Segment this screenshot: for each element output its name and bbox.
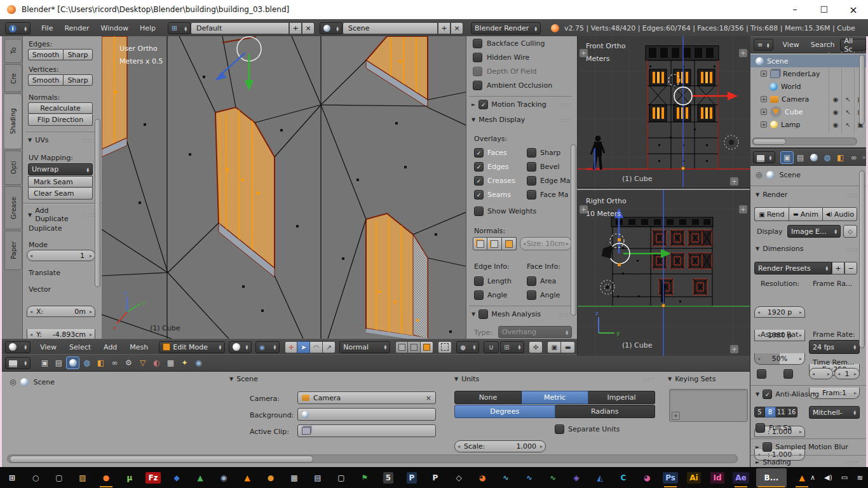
n-panel-scrollbar[interactable] (571, 144, 576, 316)
expand-icon[interactable]: + (761, 96, 767, 102)
taskbar-app-button[interactable]: P (403, 468, 420, 487)
taskbar-app-button[interactable]: ◇ (451, 468, 467, 487)
uvs-panel-header[interactable]: ▼ UVs ::::: (28, 136, 95, 144)
editor-type-button[interactable] (5, 357, 31, 369)
mark-seam-button[interactable]: Mark Seam (28, 176, 93, 187)
taskbar-app-button[interactable]: ◆ (168, 468, 185, 487)
expand-icon[interactable]: + (761, 121, 767, 128)
panel-grip[interactable]: ::::: (846, 246, 858, 252)
menu-view[interactable]: View (777, 41, 805, 49)
minimize-button[interactable]: – (780, 4, 810, 16)
units-radians-button[interactable]: Radians (555, 405, 656, 418)
shading-panel-header[interactable]: ► Shading ::::: (756, 458, 858, 466)
taskbar-app-button[interactable]: ◈ (568, 468, 585, 487)
vertices-sharp-button[interactable]: Sharp (63, 74, 93, 86)
edge-select-mode-button[interactable] (408, 341, 421, 353)
mesh-display-panel-header[interactable]: ▼ Mesh Display ::::: (471, 116, 572, 124)
taskbar-app-button[interactable]: ▤ (309, 468, 326, 487)
overlay-sharp-checkbox[interactable] (527, 148, 536, 158)
tab-physics[interactable]: ◉ (192, 356, 205, 369)
manipulator-toggle-button[interactable]: ✛ (285, 341, 297, 353)
tab-shading-uvs[interactable]: Shading (4, 93, 22, 149)
loose-edge-normals-toggle[interactable] (487, 237, 502, 250)
resolution-percentage-slider[interactable]: 50% (754, 353, 805, 365)
region-expand-button[interactable]: + (739, 49, 747, 57)
editor-type-button[interactable]: ≡ (754, 39, 773, 51)
separate-units-checkbox[interactable] (555, 424, 564, 434)
pin-icon[interactable]: ◎ (756, 170, 762, 179)
scene-name-field[interactable]: Scene (342, 22, 438, 34)
outliner-row-cube[interactable]: + Cube ◉ ↖ ▣ (750, 105, 866, 118)
tab-constraints[interactable]: ∞ (108, 356, 121, 369)
face-select-mode-button[interactable] (421, 341, 433, 353)
panel-grip[interactable]: ::::: (559, 117, 572, 123)
units-degrees-button[interactable]: Degrees (454, 405, 555, 418)
taskbar-app-button[interactable]: ▢ (51, 468, 67, 487)
scale-manipulator-button[interactable]: ↗ (323, 341, 336, 353)
motion-blur-checkbox[interactable] (763, 442, 772, 452)
taskbar-app-button[interactable]: B... (756, 468, 787, 487)
units-scale-field[interactable]: Scale: 1.000 (454, 440, 546, 452)
panel-grip[interactable]: ::::: (642, 376, 655, 383)
outliner-h-scrollbar-thumb[interactable] (753, 139, 786, 145)
opengl-render-anim-button[interactable]: ▬ (561, 341, 575, 353)
bottom-h-scrollbar-thumb[interactable] (10, 456, 313, 463)
menu-mesh[interactable]: Mesh (124, 343, 154, 351)
viewport-right-ortho[interactable]: z y Right Ortho 10 Meters (1) Cube + + + (577, 190, 750, 356)
preset-add-button[interactable]: + (832, 262, 844, 274)
overlay-creases-checkbox[interactable] (474, 176, 484, 186)
crop-checkbox[interactable] (783, 369, 793, 379)
taskbar-app-button[interactable]: Id (709, 468, 726, 487)
tab-object[interactable]: ◧ (834, 151, 847, 164)
anti-aliasing-panel-header[interactable]: ▼ Anti-Aliasing ::::: (756, 390, 858, 399)
taskbar-app-button[interactable]: ⊞ (4, 468, 20, 487)
panel-grip[interactable]: ::::: (83, 212, 95, 218)
region-expand-button[interactable]: + (580, 205, 588, 214)
panel-grip[interactable]: ::::: (846, 459, 858, 466)
tab-paper[interactable]: Paper (4, 231, 22, 270)
anti-aliasing-checkbox[interactable] (763, 390, 772, 399)
show-weights-checkbox[interactable] (474, 207, 484, 216)
tab-particles[interactable]: ✦ (178, 356, 191, 369)
edge-length-checkbox[interactable] (474, 276, 484, 286)
outliner-row-camera[interactable]: + Camera ◉ ↖ ▣ (750, 93, 866, 105)
tab-object[interactable]: ◧ (94, 356, 107, 369)
units-none-button[interactable]: None (454, 391, 522, 404)
vertex-select-mode-button[interactable] (395, 341, 408, 353)
tab-world[interactable]: ◍ (80, 356, 93, 369)
viewport-front-ortho[interactable]: Front Ortho Meters (1) Cube + + + (577, 36, 750, 189)
overlay-face-marks-checkbox[interactable] (527, 190, 536, 200)
translate-manipulator-button[interactable]: ➤ (297, 341, 310, 353)
overlay-edges-checkbox[interactable] (474, 162, 484, 172)
unwrap-menu-button[interactable]: Unwrap (28, 163, 93, 175)
menu-help[interactable]: Help (134, 24, 161, 32)
units-metric-button[interactable]: Metric (522, 391, 588, 404)
selectability-cursor-icon[interactable]: ↖ (842, 96, 855, 103)
limit-to-visible-button[interactable] (438, 341, 452, 353)
edge-angle-checkbox[interactable] (474, 290, 484, 300)
edges-sharp-button[interactable]: Sharp (63, 49, 93, 60)
editor-type-button[interactable] (5, 341, 31, 353)
menu-select[interactable]: Select (64, 343, 97, 351)
edges-smooth-button[interactable]: Smooth (28, 49, 63, 60)
tab-grease[interactable]: Grease (4, 186, 22, 229)
transform-orientation-select[interactable]: Normal (339, 341, 390, 353)
overlay-seams-checkbox[interactable] (474, 190, 484, 200)
mesh-analysis-checkbox[interactable] (478, 309, 488, 319)
overlay-bevel-checkbox[interactable] (527, 162, 536, 172)
taskbar-app-button[interactable]: P (427, 468, 444, 487)
editor-type-button[interactable] (753, 151, 775, 163)
taskbar-app-button[interactable]: ◕ (639, 468, 655, 487)
dimensions-panel-header[interactable]: ▼ Dimensions ::::: (756, 245, 858, 253)
tab-render[interactable]: ▣ (38, 356, 51, 369)
visibility-eye-icon[interactable]: ◉ (829, 109, 842, 116)
tab-material[interactable]: ◐ (150, 356, 163, 369)
tray-chevron-icon[interactable]: ∧ (810, 473, 815, 482)
taskbar-app-button[interactable]: Fz (145, 468, 161, 487)
snap-toggle-button[interactable]: ∪ (484, 341, 499, 353)
taskbar-app-button[interactable]: ◕ (474, 468, 491, 487)
tab-render[interactable]: ▣ (780, 151, 794, 164)
resolution-x-field[interactable]: 1920 p (754, 306, 805, 318)
aa-samples-8-button[interactable]: 8 (765, 407, 776, 417)
outliner-row-lamp[interactable]: + Lamp ◉ ↖ ▣ (750, 118, 866, 131)
